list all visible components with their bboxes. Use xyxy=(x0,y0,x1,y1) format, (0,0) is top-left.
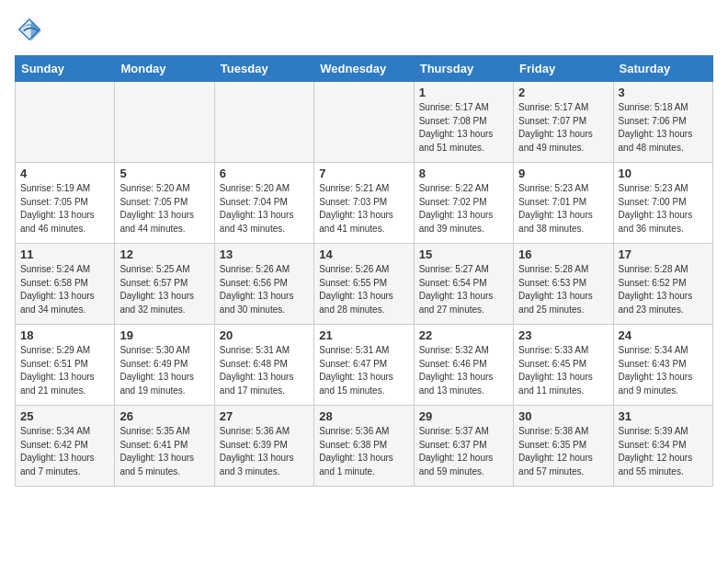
day-number: 4 xyxy=(20,167,109,180)
cell-info: Sunrise: 5:20 AM Sunset: 7:05 PM Dayligh… xyxy=(119,182,209,236)
cell-info: Sunrise: 5:23 AM Sunset: 7:01 PM Dayligh… xyxy=(518,182,608,236)
weekday-header-monday: Monday xyxy=(115,56,214,82)
calendar-cell: 1Sunrise: 5:17 AM Sunset: 7:08 PM Daylig… xyxy=(414,82,513,163)
day-number: 14 xyxy=(319,247,408,261)
header xyxy=(15,15,713,44)
cell-info: Sunrise: 5:18 AM Sunset: 7:06 PM Dayligh… xyxy=(619,101,708,155)
cell-info: Sunrise: 5:27 AM Sunset: 6:54 PM Dayligh… xyxy=(419,263,508,316)
calendar-cell: 25Sunrise: 5:34 AM Sunset: 6:42 PM Dayli… xyxy=(16,406,115,487)
cell-info: Sunrise: 5:33 AM Sunset: 6:45 PM Dayligh… xyxy=(518,344,608,397)
day-number: 25 xyxy=(20,409,109,423)
logo xyxy=(15,15,48,44)
calendar-cell: 10Sunrise: 5:23 AM Sunset: 7:00 PM Dayli… xyxy=(613,163,712,244)
day-number: 27 xyxy=(220,409,309,423)
day-number: 10 xyxy=(619,167,708,180)
day-number: 9 xyxy=(518,167,608,180)
day-number: 11 xyxy=(20,247,109,261)
week-row-1: 1Sunrise: 5:17 AM Sunset: 7:08 PM Daylig… xyxy=(16,82,713,163)
cell-info: Sunrise: 5:26 AM Sunset: 6:56 PM Dayligh… xyxy=(220,263,309,316)
cell-info: Sunrise: 5:37 AM Sunset: 6:37 PM Dayligh… xyxy=(419,425,508,478)
day-number: 18 xyxy=(20,328,109,342)
calendar-cell: 4Sunrise: 5:19 AM Sunset: 7:05 PM Daylig… xyxy=(16,163,115,244)
cell-info: Sunrise: 5:24 AM Sunset: 6:58 PM Dayligh… xyxy=(20,263,109,316)
calendar-cell xyxy=(214,82,313,163)
day-number: 16 xyxy=(518,247,608,261)
weekday-header-friday: Friday xyxy=(514,56,613,82)
cell-info: Sunrise: 5:21 AM Sunset: 7:03 PM Dayligh… xyxy=(319,182,408,236)
calendar-cell: 24Sunrise: 5:34 AM Sunset: 6:43 PM Dayli… xyxy=(613,325,712,406)
day-number: 21 xyxy=(319,328,408,342)
weekday-header-thursday: Thursday xyxy=(414,56,513,82)
logo-icon xyxy=(15,15,44,44)
cell-info: Sunrise: 5:34 AM Sunset: 6:43 PM Dayligh… xyxy=(619,344,708,397)
calendar-cell: 26Sunrise: 5:35 AM Sunset: 6:41 PM Dayli… xyxy=(115,406,214,487)
day-number: 5 xyxy=(119,167,209,180)
cell-info: Sunrise: 5:36 AM Sunset: 6:38 PM Dayligh… xyxy=(319,425,408,478)
calendar-cell: 18Sunrise: 5:29 AM Sunset: 6:51 PM Dayli… xyxy=(16,325,115,406)
calendar-cell: 11Sunrise: 5:24 AM Sunset: 6:58 PM Dayli… xyxy=(16,244,115,325)
cell-info: Sunrise: 5:20 AM Sunset: 7:04 PM Dayligh… xyxy=(220,182,309,236)
week-row-5: 25Sunrise: 5:34 AM Sunset: 6:42 PM Dayli… xyxy=(16,406,713,487)
calendar-cell: 17Sunrise: 5:28 AM Sunset: 6:52 PM Dayli… xyxy=(613,244,712,325)
calendar-cell: 5Sunrise: 5:20 AM Sunset: 7:05 PM Daylig… xyxy=(115,163,214,244)
cell-info: Sunrise: 5:22 AM Sunset: 7:02 PM Dayligh… xyxy=(419,182,508,236)
cell-info: Sunrise: 5:34 AM Sunset: 6:42 PM Dayligh… xyxy=(20,425,109,478)
calendar-cell xyxy=(314,82,414,163)
calendar-cell: 13Sunrise: 5:26 AM Sunset: 6:56 PM Dayli… xyxy=(214,244,313,325)
cell-info: Sunrise: 5:36 AM Sunset: 6:39 PM Dayligh… xyxy=(220,425,309,478)
cell-info: Sunrise: 5:35 AM Sunset: 6:41 PM Dayligh… xyxy=(119,425,209,478)
cell-info: Sunrise: 5:25 AM Sunset: 6:57 PM Dayligh… xyxy=(119,263,209,316)
weekday-header-sunday: Sunday xyxy=(16,56,115,82)
day-number: 6 xyxy=(220,167,309,180)
calendar-cell: 22Sunrise: 5:32 AM Sunset: 6:46 PM Dayli… xyxy=(414,325,513,406)
header-row: SundayMondayTuesdayWednesdayThursdayFrid… xyxy=(16,56,713,82)
day-number: 28 xyxy=(319,409,408,423)
day-number: 15 xyxy=(419,247,508,261)
day-number: 17 xyxy=(619,247,708,261)
calendar-cell: 16Sunrise: 5:28 AM Sunset: 6:53 PM Dayli… xyxy=(514,244,613,325)
day-number: 12 xyxy=(119,247,209,261)
day-number: 24 xyxy=(619,328,708,342)
day-number: 31 xyxy=(619,409,708,423)
week-row-4: 18Sunrise: 5:29 AM Sunset: 6:51 PM Dayli… xyxy=(16,325,713,406)
cell-info: Sunrise: 5:30 AM Sunset: 6:49 PM Dayligh… xyxy=(119,344,209,397)
calendar-cell: 6Sunrise: 5:20 AM Sunset: 7:04 PM Daylig… xyxy=(214,163,313,244)
calendar-cell xyxy=(16,82,115,163)
calendar-cell: 12Sunrise: 5:25 AM Sunset: 6:57 PM Dayli… xyxy=(115,244,214,325)
day-number: 26 xyxy=(119,409,209,423)
calendar-cell: 20Sunrise: 5:31 AM Sunset: 6:48 PM Dayli… xyxy=(214,325,313,406)
calendar-cell: 30Sunrise: 5:38 AM Sunset: 6:35 PM Dayli… xyxy=(514,406,613,487)
day-number: 20 xyxy=(220,328,309,342)
calendar-cell: 9Sunrise: 5:23 AM Sunset: 7:01 PM Daylig… xyxy=(514,163,613,244)
calendar-cell: 14Sunrise: 5:26 AM Sunset: 6:55 PM Dayli… xyxy=(314,244,414,325)
calendar-cell: 29Sunrise: 5:37 AM Sunset: 6:37 PM Dayli… xyxy=(414,406,513,487)
svg-marker-1 xyxy=(31,20,41,40)
weekday-header-saturday: Saturday xyxy=(613,56,712,82)
week-row-3: 11Sunrise: 5:24 AM Sunset: 6:58 PM Dayli… xyxy=(16,244,713,325)
calendar-cell xyxy=(115,82,214,163)
day-number: 3 xyxy=(619,86,708,99)
calendar-cell: 2Sunrise: 5:17 AM Sunset: 7:07 PM Daylig… xyxy=(514,82,613,163)
calendar-table: SundayMondayTuesdayWednesdayThursdayFrid… xyxy=(15,55,713,487)
calendar-cell: 3Sunrise: 5:18 AM Sunset: 7:06 PM Daylig… xyxy=(613,82,712,163)
calendar-cell: 19Sunrise: 5:30 AM Sunset: 6:49 PM Dayli… xyxy=(115,325,214,406)
cell-info: Sunrise: 5:31 AM Sunset: 6:48 PM Dayligh… xyxy=(220,344,309,397)
calendar-header: SundayMondayTuesdayWednesdayThursdayFrid… xyxy=(16,56,713,82)
calendar-cell: 23Sunrise: 5:33 AM Sunset: 6:45 PM Dayli… xyxy=(514,325,613,406)
day-number: 2 xyxy=(518,86,608,99)
cell-info: Sunrise: 5:28 AM Sunset: 6:53 PM Dayligh… xyxy=(518,263,608,316)
day-number: 13 xyxy=(220,247,309,261)
calendar-cell: 15Sunrise: 5:27 AM Sunset: 6:54 PM Dayli… xyxy=(414,244,513,325)
cell-info: Sunrise: 5:39 AM Sunset: 6:34 PM Dayligh… xyxy=(619,425,708,478)
day-number: 7 xyxy=(319,167,408,180)
calendar-cell: 27Sunrise: 5:36 AM Sunset: 6:39 PM Dayli… xyxy=(214,406,313,487)
cell-info: Sunrise: 5:38 AM Sunset: 6:35 PM Dayligh… xyxy=(518,425,608,478)
cell-info: Sunrise: 5:26 AM Sunset: 6:55 PM Dayligh… xyxy=(319,263,408,316)
cell-info: Sunrise: 5:32 AM Sunset: 6:46 PM Dayligh… xyxy=(419,344,508,397)
calendar-cell: 7Sunrise: 5:21 AM Sunset: 7:03 PM Daylig… xyxy=(314,163,414,244)
day-number: 23 xyxy=(518,328,608,342)
cell-info: Sunrise: 5:23 AM Sunset: 7:00 PM Dayligh… xyxy=(619,182,708,236)
day-number: 8 xyxy=(419,167,508,180)
calendar-cell: 31Sunrise: 5:39 AM Sunset: 6:34 PM Dayli… xyxy=(613,406,712,487)
cell-info: Sunrise: 5:31 AM Sunset: 6:47 PM Dayligh… xyxy=(319,344,408,397)
